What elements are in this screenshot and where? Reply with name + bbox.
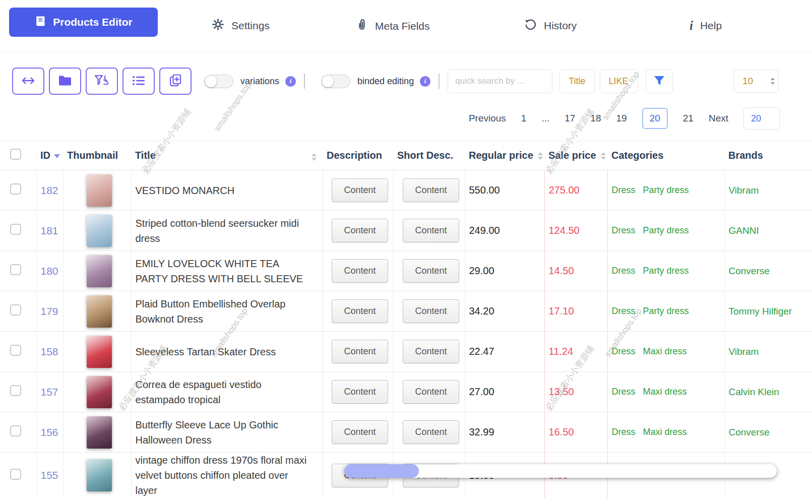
product-thumbnail[interactable]	[87, 215, 112, 247]
row-checkbox[interactable]	[10, 264, 21, 275]
product-categories[interactable]: DressParty dress	[607, 251, 724, 291]
description-content-button[interactable]: Content	[332, 219, 388, 242]
description-content-button[interactable]: Content	[332, 380, 388, 404]
header-title[interactable]: Title	[131, 141, 323, 170]
short-desc-content-button[interactable]: Content	[403, 420, 459, 444]
regular-price-value[interactable]: 34.20	[465, 291, 544, 332]
filter-tools-button[interactable]	[86, 68, 118, 95]
previous-page-button[interactable]: Previous	[469, 113, 506, 124]
horizontal-scrollbar-thumb[interactable]	[344, 464, 419, 478]
category-tag[interactable]: Party dress	[643, 225, 689, 235]
category-tag[interactable]: Party dress	[643, 306, 689, 316]
variations-toggle[interactable]	[204, 75, 233, 88]
category-tag[interactable]: Dress	[612, 225, 636, 235]
tab-history[interactable]: History	[524, 18, 577, 33]
open-folder-button[interactable]	[49, 68, 81, 95]
page-size-select[interactable]: 10	[733, 70, 779, 93]
search-field-button[interactable]: Title	[559, 69, 594, 93]
regular-price-value[interactable]: 29.00	[465, 251, 544, 291]
product-thumbnail[interactable]	[87, 459, 112, 491]
category-tag[interactable]: Dress	[612, 387, 636, 397]
category-tag[interactable]: Dress	[612, 427, 636, 437]
product-categories[interactable]: DressParty dress	[607, 291, 724, 332]
product-brand[interactable]: Converse	[724, 412, 812, 453]
tab-meta-fields[interactable]: Meta Fields	[356, 18, 430, 34]
page-button-1[interactable]: 1	[521, 113, 527, 124]
regular-price-value[interactable]: 27.00	[465, 372, 544, 412]
page-button-19[interactable]: 19	[616, 113, 627, 124]
category-tag[interactable]: Dress	[612, 346, 636, 356]
description-content-button[interactable]: Content	[332, 259, 388, 283]
product-categories[interactable]: DressMaxi dress	[607, 372, 724, 412]
select-all-checkbox[interactable]	[10, 149, 21, 160]
sort-icon[interactable]	[311, 153, 317, 161]
short-desc-content-button[interactable]: Content	[403, 299, 459, 323]
product-brand[interactable]: Converse	[724, 251, 812, 291]
regular-price-value[interactable]: 249.00	[465, 211, 544, 251]
product-brand[interactable]: Tommy Hilfiger	[724, 291, 812, 332]
tab-settings[interactable]: Settings	[212, 18, 270, 33]
header-sale-price[interactable]: Sale price	[544, 141, 607, 170]
product-categories[interactable]: DressParty dress	[607, 170, 724, 211]
short-desc-content-button[interactable]: Content	[403, 340, 459, 363]
tab-products-editor[interactable]: Products Editor	[9, 8, 158, 37]
regular-price-value[interactable]: 22.47	[465, 332, 544, 372]
description-content-button[interactable]: Content	[332, 299, 388, 323]
row-checkbox[interactable]	[10, 304, 21, 316]
header-regular-price[interactable]: Regular price	[465, 141, 544, 170]
category-tag[interactable]: Maxi dress	[643, 346, 687, 356]
binded-editing-info-icon[interactable]: i	[420, 76, 430, 87]
sale-price-value[interactable]: 16.50	[544, 412, 607, 453]
horizontal-scrollbar-track[interactable]	[344, 464, 777, 478]
product-title[interactable]: Sleeveless Tartan Skater Dress	[131, 332, 323, 372]
product-brand[interactable]: Vibram	[724, 332, 812, 372]
header-id[interactable]: ID	[36, 141, 63, 170]
search-operator-button[interactable]: LIKE	[600, 69, 638, 93]
category-tag[interactable]: Party dress	[643, 185, 689, 195]
sale-price-value[interactable]: 275.00	[544, 170, 607, 211]
row-checkbox[interactable]	[10, 183, 21, 195]
product-title[interactable]: VESTIDO MONARCH	[131, 170, 323, 211]
product-thumbnail[interactable]	[87, 416, 112, 449]
description-content-button[interactable]: Content	[332, 178, 388, 202]
variations-info-icon[interactable]: i	[285, 76, 296, 87]
short-desc-content-button[interactable]: Content	[403, 259, 459, 283]
sort-icon[interactable]	[538, 152, 543, 160]
duplicate-add-button[interactable]	[159, 68, 192, 95]
binded-editing-toggle[interactable]	[321, 75, 350, 88]
list-view-button[interactable]	[122, 68, 155, 95]
category-tag[interactable]: Dress	[612, 306, 636, 316]
product-brand[interactable]: Calvin Klein	[724, 372, 812, 412]
page-button-17[interactable]: 17	[565, 113, 575, 124]
sale-price-value[interactable]: 13.50	[544, 372, 607, 412]
category-tag[interactable]: Dress	[612, 185, 636, 195]
row-checkbox[interactable]	[10, 345, 21, 356]
sale-price-value[interactable]: 17.10	[544, 291, 607, 332]
product-title[interactable]: Striped cotton-blend seersucker midi dre…	[131, 211, 323, 251]
product-brand[interactable]: GANNI	[724, 211, 812, 251]
product-categories[interactable]: DressMaxi dress	[607, 412, 724, 453]
product-title[interactable]: Correa de espagueti vestido estampado tr…	[131, 372, 323, 412]
tab-help[interactable]: i Help	[690, 19, 722, 33]
regular-price-value[interactable]: 32.99	[465, 412, 544, 453]
page-button-20-active[interactable]: 20	[642, 108, 668, 129]
expand-columns-button[interactable]	[12, 68, 44, 95]
row-checkbox[interactable]	[10, 385, 21, 396]
sale-price-value[interactable]: 124.50	[544, 211, 607, 251]
regular-price-value[interactable]: 550.00	[465, 170, 544, 211]
row-checkbox[interactable]	[10, 425, 21, 436]
product-thumbnail[interactable]	[87, 174, 112, 207]
category-tag[interactable]: Dress	[612, 266, 636, 276]
product-categories[interactable]: DressParty dress	[607, 211, 724, 251]
product-title[interactable]: EMILY LOVELOCK WHITE TEA PARTY DRESS WIT…	[131, 251, 323, 291]
short-desc-content-button[interactable]: Content	[403, 380, 459, 404]
description-content-button[interactable]: Content	[332, 420, 388, 444]
product-brand[interactable]: Vibram	[724, 170, 812, 211]
page-number-input[interactable]	[743, 107, 780, 130]
next-page-button[interactable]: Next	[709, 113, 728, 124]
sort-icon[interactable]	[601, 152, 606, 160]
stepper-arrows-icon[interactable]	[771, 78, 775, 85]
page-button-18[interactable]: 18	[590, 113, 601, 124]
product-categories[interactable]: DressMaxi dress	[607, 332, 724, 372]
category-tag[interactable]: Maxi dress	[643, 427, 687, 437]
